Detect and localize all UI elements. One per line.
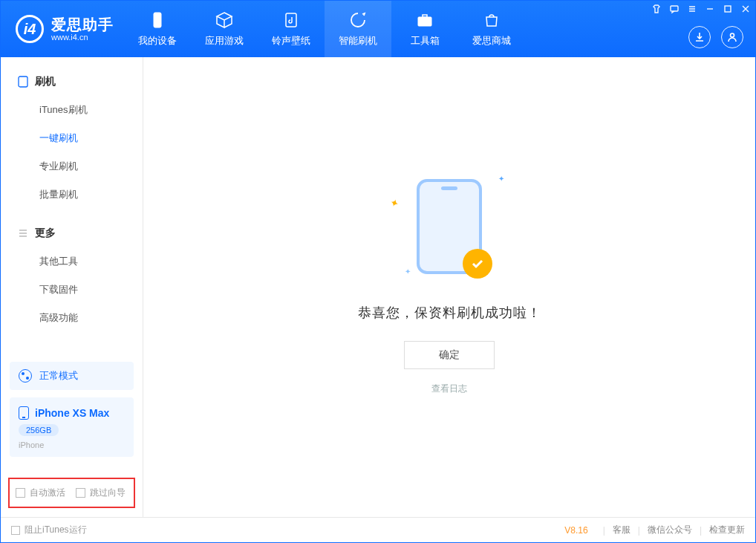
- device-capacity: 256GB: [19, 424, 59, 436]
- body: 刷机 iTunes刷机 一键刷机 专业刷机 批量刷机 更多 其他工具 下载固件 …: [1, 57, 755, 517]
- tab-label: 铃声壁纸: [272, 34, 310, 48]
- svg-rect-2: [418, 17, 431, 26]
- cube-icon: [215, 10, 234, 30]
- logo-icon: i4: [16, 15, 44, 43]
- sidebar-item-other-tools[interactable]: 其他工具: [1, 247, 143, 276]
- sidebar-item-batch-flash[interactable]: 批量刷机: [1, 181, 143, 209]
- device-icon: [17, 76, 29, 88]
- tab-apps-games[interactable]: 应用游戏: [191, 1, 258, 57]
- tab-my-device[interactable]: 我的设备: [124, 1, 191, 57]
- svg-point-6: [731, 33, 734, 37]
- minimize-button[interactable]: [705, 4, 715, 14]
- window-controls: [651, 4, 751, 14]
- device-name: iPhone XS Max: [35, 407, 109, 419]
- brand-url: www.i4.cn: [51, 33, 114, 42]
- auto-activate-checkbox[interactable]: 自动激活: [16, 487, 65, 499]
- checkbox-label: 自动激活: [30, 487, 65, 499]
- tab-smart-flash[interactable]: 智能刷机: [325, 1, 391, 57]
- sidebar: 刷机 iTunes刷机 一键刷机 专业刷机 批量刷机 更多 其他工具 下载固件 …: [1, 57, 143, 517]
- check-update-link[interactable]: 检查更新: [709, 524, 745, 536]
- main-content: ✦ ✦ ✦ 恭喜您，保资料刷机成功啦！ 确定 查看日志: [143, 57, 755, 517]
- svg-rect-0: [154, 13, 161, 27]
- tab-ringtones[interactable]: 铃声壁纸: [258, 1, 325, 57]
- mode-icon: [19, 369, 32, 383]
- view-log-link[interactable]: 查看日志: [431, 383, 467, 395]
- svg-rect-1: [286, 13, 296, 27]
- support-link[interactable]: 客服: [613, 524, 630, 536]
- download-icon[interactable]: [688, 26, 711, 48]
- tab-toolbox[interactable]: 工具箱: [391, 1, 458, 57]
- sidebar-item-pro-flash[interactable]: 专业刷机: [1, 152, 143, 181]
- logo-block: i4 爱思助手 www.i4.cn: [1, 1, 124, 57]
- sidebar-item-onekey-flash[interactable]: 一键刷机: [1, 124, 143, 152]
- list-icon: [17, 227, 29, 239]
- svg-rect-7: [19, 77, 27, 87]
- success-message: 恭喜您，保资料刷机成功啦！: [358, 304, 541, 322]
- version-label: V8.16: [564, 525, 587, 536]
- bag-icon: [482, 10, 501, 30]
- ok-button[interactable]: 确定: [404, 341, 495, 369]
- sidebar-section-label: 刷机: [35, 75, 56, 88]
- block-itunes-checkbox[interactable]: 阻止iTunes运行: [11, 524, 87, 536]
- briefcase-icon: [415, 10, 434, 30]
- nav-tabs: 我的设备 应用游戏 铃声壁纸 智能刷机 工具箱 爱思商城: [124, 1, 525, 57]
- check-badge-icon: [463, 249, 492, 279]
- tab-store[interactable]: 爱思商城: [458, 1, 525, 57]
- checkbox-icon: [76, 488, 85, 498]
- sidebar-item-itunes-flash[interactable]: iTunes刷机: [1, 96, 143, 124]
- header: i4 爱思助手 www.i4.cn 我的设备 应用游戏 铃声壁纸 智能刷机: [1, 1, 755, 57]
- tab-label: 爱思商城: [472, 34, 511, 48]
- shirt-icon[interactable]: [651, 4, 662, 14]
- maximize-button[interactable]: [723, 4, 733, 14]
- status-bar: 阻止iTunes运行 V8.16 | 客服 | 微信公众号 | 检查更新: [1, 517, 755, 542]
- shield-refresh-icon: [348, 10, 368, 30]
- sidebar-item-advanced[interactable]: 高级功能: [1, 304, 143, 332]
- brand-name: 爱思助手: [51, 16, 114, 33]
- sparkle-icon: ✦: [498, 175, 504, 183]
- sidebar-section-label: 更多: [35, 227, 56, 240]
- app-window: i4 爱思助手 www.i4.cn 我的设备 应用游戏 铃声壁纸 智能刷机: [0, 0, 756, 543]
- skip-wizard-checkbox[interactable]: 跳过向导: [76, 487, 126, 499]
- phone-icon: [148, 10, 167, 30]
- phone-icon: [19, 406, 29, 420]
- tab-label: 工具箱: [411, 34, 440, 48]
- wechat-link[interactable]: 微信公众号: [648, 524, 692, 536]
- sparkle-icon: ✦: [388, 195, 401, 209]
- tab-label: 应用游戏: [205, 34, 244, 48]
- phone-illustration-icon: [417, 179, 482, 274]
- menu-icon[interactable]: [687, 4, 697, 14]
- checkbox-label: 跳过向导: [90, 487, 126, 499]
- header-right-icons: [688, 26, 743, 48]
- checkbox-icon: [16, 488, 25, 498]
- checkbox-label: 阻止iTunes运行: [25, 524, 87, 536]
- user-icon[interactable]: [721, 26, 743, 48]
- svg-rect-5: [725, 6, 731, 12]
- tab-label: 智能刷机: [339, 34, 377, 48]
- svg-rect-3: [423, 15, 427, 17]
- mode-label: 正常模式: [39, 369, 78, 383]
- device-card[interactable]: iPhone XS Max 256GB iPhone: [10, 397, 134, 457]
- sidebar-section-more: 更多: [1, 222, 143, 247]
- sparkle-icon: ✦: [405, 267, 411, 276]
- mode-card[interactable]: 正常模式: [10, 362, 134, 390]
- feedback-icon[interactable]: [669, 4, 680, 14]
- checkbox-icon: [11, 526, 20, 535]
- close-button[interactable]: [740, 4, 751, 14]
- flash-options-row: 自动激活 跳过向导: [8, 478, 135, 508]
- svg-rect-4: [671, 6, 678, 11]
- success-illustration: ✦ ✦ ✦: [417, 179, 482, 274]
- sidebar-item-download-firmware[interactable]: 下载固件: [1, 276, 143, 304]
- tab-label: 我的设备: [138, 34, 177, 48]
- device-type: iPhone: [19, 440, 125, 449]
- music-file-icon: [281, 10, 301, 30]
- sidebar-section-flash: 刷机: [1, 71, 143, 96]
